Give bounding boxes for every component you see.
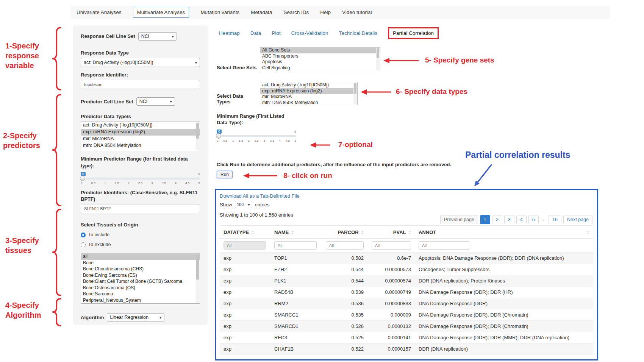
filter-annot-input[interactable] [419, 241, 470, 250]
list-item[interactable]: mir: MicroRNA [81, 136, 200, 142]
list-item[interactable]: mth: DNA 850K Methylation [260, 100, 357, 106]
list-item[interactable]: mir: MicroRNA [260, 94, 357, 100]
nav-item-univariate-analyses[interactable]: Univariate Analyses [77, 9, 122, 15]
response-identifier-input[interactable] [81, 80, 200, 89]
tissue-list[interactable]: all Bone Bone:Chondrosarcoma (CHS) Bone:… [81, 253, 200, 304]
run-button[interactable]: Run [217, 171, 233, 178]
tab-technical-details[interactable]: Technical Details [339, 30, 377, 36]
list-item-selected[interactable]: all [81, 253, 200, 260]
scrollbar-thumb[interactable] [354, 83, 356, 94]
list-item[interactable]: ABC Transporters [260, 53, 380, 59]
list-item[interactable]: Cell Signaling [260, 65, 380, 71]
list-item[interactable]: Peripheral_Nervous_System [81, 297, 200, 304]
nav-item-mutation-variants[interactable]: Mutation variants [200, 9, 239, 15]
column-header-parcor[interactable]: PARCOR▲▼ [321, 226, 367, 239]
tab-plot[interactable]: Plot [272, 30, 280, 36]
response-cell-line-select[interactable]: NCI ▾ [138, 32, 177, 41]
filter-datatype-input[interactable] [224, 241, 266, 250]
slider-track[interactable] [81, 178, 200, 179]
slider-handle[interactable] [80, 176, 85, 181]
page-button-16[interactable]: 16 [549, 215, 561, 224]
column-header-pval[interactable]: PVAL▲▼ [367, 226, 415, 239]
predictor-cell-line-select[interactable]: NCI ▾ [136, 97, 175, 106]
predictor-identifiers-input[interactable] [81, 204, 200, 213]
scrollbar[interactable] [196, 254, 199, 303]
nav-item-metadata[interactable]: Metadata [251, 9, 272, 15]
next-page-button[interactable]: Next page [563, 215, 592, 224]
filter-pval-input[interactable] [372, 241, 411, 250]
cell-datatype: exp [220, 321, 270, 332]
filter-name-input[interactable] [274, 241, 317, 250]
column-header-name[interactable]: NAME▲▼ [270, 226, 321, 239]
scrollbar-thumb[interactable] [196, 123, 199, 139]
show-entries-control: Show 100 ▾ entries [220, 201, 593, 208]
page-button-2[interactable]: 2 [492, 215, 502, 224]
table-row: expSMARCC10.5350.000009DNA Damage Respon… [220, 309, 593, 321]
tab-partial-correlation[interactable]: Partial Correlation [388, 27, 439, 39]
nav-item-search-ids[interactable]: Search IDs [283, 9, 309, 15]
gene-sets-list[interactable]: All Gene Sets ABC Transporters Apoptosis… [260, 47, 380, 71]
scrollbar[interactable] [196, 122, 199, 150]
scrollbar[interactable] [353, 83, 357, 105]
cell-annot: DNA Damage Response (DDR); DDR (Chromati… [415, 321, 593, 332]
tissue-exclude-radio[interactable]: To exclude [81, 241, 200, 248]
page-button-3[interactable]: 3 [504, 215, 514, 224]
list-item-selected[interactable]: All Gene Sets [260, 47, 380, 53]
table-row: expRAD54B0.5390.00000749DNA Damage Respo… [220, 287, 593, 298]
list-item[interactable]: Apoptosis [260, 59, 380, 65]
min-predictor-range-slider[interactable]: 0 5 0 0.5 1 1.5 2 2.5 3 3.5 4 4.5 5 [81, 172, 200, 185]
list-item[interactable]: Bone:Osteosarcoma (OS) [81, 285, 200, 291]
list-item[interactable]: act: Drug Activity (-log10[IC50M]) [260, 82, 357, 88]
previous-page-button[interactable]: Previous page [440, 215, 478, 224]
nav-item-help[interactable]: Help [320, 9, 331, 15]
sort-icon[interactable]: ▲▼ [587, 230, 589, 234]
list-item[interactable]: act: Drug Activity (-log10[IC50M]) [81, 122, 200, 129]
cell-name: PLK1 [270, 275, 321, 287]
sort-icon[interactable]: ▲▼ [361, 230, 364, 234]
sort-icon[interactable]: ▲▼ [291, 230, 294, 234]
nav-item-multivariate-analyses[interactable]: Multivariate Analyses [133, 7, 189, 18]
list-item[interactable]: Bone:Giant Cell Tumor of Bone (GCTB) Sar… [81, 278, 200, 285]
list-item[interactable]: Bone [81, 260, 200, 266]
column-header-annot[interactable]: ANNOT▲▼ [415, 226, 593, 239]
cell-datatype: exp [220, 332, 270, 343]
radio-selected-icon [81, 232, 86, 237]
download-link[interactable]: Download All as a Tab-Delimited File [220, 193, 300, 199]
sort-icon[interactable]: ▲▼ [409, 230, 411, 234]
algorithm-select[interactable]: Linear Regression ▾ [107, 313, 164, 321]
tab-data[interactable]: Data [250, 30, 261, 36]
page-button-5[interactable]: 5 [528, 215, 539, 224]
sort-desc-icon: ▼ [361, 232, 364, 235]
cell-pval: 0.000009 [367, 309, 415, 321]
tissue-include-radio[interactable]: To include [81, 231, 200, 239]
tab-cross-validation[interactable]: Cross-Validation [291, 30, 328, 36]
scrollbar-thumb[interactable] [196, 254, 199, 280]
data-types-list[interactable]: act: Drug Activity (-log10[IC50M]) exp: … [260, 82, 358, 105]
predictor-data-types-list[interactable]: act: Drug Activity (-log10[IC50M]) exp: … [81, 122, 200, 151]
list-item[interactable]: Bone:Chondrosarcoma (CHS) [81, 266, 200, 272]
cell-name: RFC3 [270, 332, 321, 343]
page-button-4[interactable]: 4 [516, 215, 527, 224]
cell-pval: 0.00000833 [367, 298, 415, 309]
list-item-selected[interactable]: exp: mRNA Expression (log2) [260, 88, 357, 94]
list-item[interactable]: mth: DNA 850K Methylation [81, 142, 200, 149]
entries-count-select[interactable]: 100 ▾ [235, 201, 252, 208]
tick-label: 3 [263, 139, 265, 142]
tab-heatmap[interactable]: Heatmap [219, 30, 240, 36]
sort-icon[interactable]: ▲▼ [252, 230, 254, 234]
list-item[interactable]: Bone:Ewing Sarcoma (ES) [81, 272, 200, 279]
filter-parcor-input[interactable] [326, 241, 364, 250]
chevron-down-icon: ▾ [172, 34, 174, 39]
nav-item-video-tutorial[interactable]: Video tutorial [342, 9, 372, 15]
slider-track[interactable] [217, 135, 296, 137]
page-button-1[interactable]: 1 [480, 215, 490, 224]
minimum-range-label: Minimum Range (First Listed Data Type): [217, 113, 289, 126]
scrollbar[interactable] [376, 48, 380, 70]
slider-handle[interactable] [216, 133, 221, 139]
response-data-type-select[interactable]: act: Drug Activity (-log10[IC50M]) ▾ [81, 58, 200, 67]
list-item[interactable]: Bone:Sarcoma [81, 291, 200, 297]
column-header-datatype[interactable]: DATATYPE▲▼ [220, 226, 270, 239]
scrollbar-thumb[interactable] [377, 48, 379, 58]
list-item-selected[interactable]: exp: mRNA Expression (log2) [81, 129, 200, 136]
minimum-range-slider[interactable]: 0 5 0 0.5 1 1.5 2 2.5 3 3.5 4 4.5 5 [217, 130, 296, 142]
